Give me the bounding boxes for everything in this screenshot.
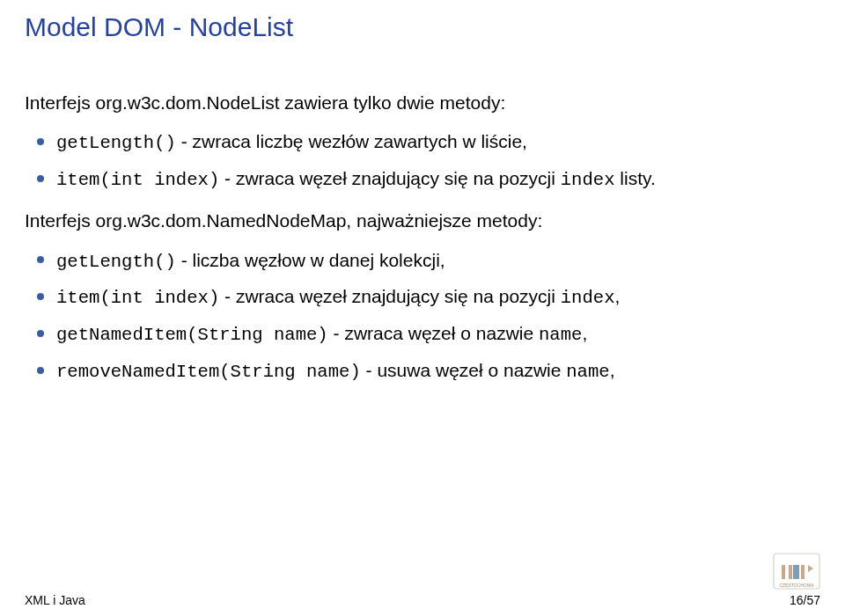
code: removeNamedItem(String name) — [56, 362, 361, 382]
text: Interfejs — [25, 210, 96, 231]
code: getNamedItem(String name) — [56, 325, 328, 345]
slide-title: Model DOM - NodeList — [25, 12, 293, 42]
text: zawiera tylko dwie metody: — [279, 92, 505, 113]
intro-para-2: Interfejs org.w3c.dom.NamedNodeMap, najw… — [25, 208, 820, 234]
text: - zwraca węzeł znajdujący się na pozycji — [219, 168, 561, 188]
class-name: org.w3c.dom.NamedNodeMap — [96, 210, 347, 231]
code: item(int index) — [56, 170, 219, 190]
intro-para-1: Interfejs org.w3c.dom.NodeList zawiera t… — [25, 90, 820, 116]
code: getLength() — [56, 252, 176, 272]
text: , najważniejsze metody: — [346, 210, 542, 231]
code: name — [539, 325, 582, 345]
method-list-1: getLength() - zwraca liczbę wezłów zawar… — [25, 128, 820, 194]
institution-logo-icon: CZĘSTOCHOWA — [773, 553, 820, 590]
list-item: removeNamedItem(String name) - usuwa węz… — [25, 357, 820, 385]
text: , — [610, 360, 615, 380]
text: - zwraca liczbę wezłów zawartych w liści… — [176, 131, 527, 151]
method-list-2: getLength() - liczba węzłow w danej kole… — [25, 247, 820, 385]
text: - liczba węzłow w danej kolekcji, — [176, 250, 445, 270]
code: getLength() — [56, 133, 176, 153]
svg-rect-1 — [793, 565, 799, 579]
text: Interfejs — [25, 92, 96, 113]
footer-left: XML i Java — [25, 593, 85, 607]
code: index — [561, 170, 615, 190]
list-item: item(int index) - zwraca węzeł znajdując… — [25, 283, 820, 312]
svg-text:CZĘSTOCHOWA: CZĘSTOCHOWA — [779, 583, 814, 588]
code: index — [561, 288, 615, 308]
slide-body: Interfejs org.w3c.dom.NodeList zawiera t… — [25, 90, 820, 400]
footer-right-page-number: 16/57 — [790, 593, 820, 607]
code: item(int index) — [56, 288, 219, 308]
list-item: getLength() - liczba węzłow w danej kole… — [25, 247, 820, 275]
text: - usuwa węzeł o nazwie — [361, 360, 566, 380]
list-item: item(int index) - zwraca węzeł znajdując… — [25, 165, 820, 194]
text: - zwraca węzeł znajdujący się na pozycji — [219, 286, 561, 306]
list-item: getLength() - zwraca liczbę wezłów zawar… — [25, 128, 820, 157]
text: , — [614, 286, 620, 306]
text: listy. — [614, 168, 655, 188]
text: , — [582, 323, 587, 343]
class-name: org.w3c.dom.NodeList — [96, 92, 280, 113]
slide-footer: XML i Java 16/57 — [25, 593, 820, 607]
code: name — [566, 362, 609, 382]
text: - zwraca węzeł o nazwie — [328, 323, 539, 343]
list-item: getNamedItem(String name) - zwraca węzeł… — [25, 320, 820, 348]
